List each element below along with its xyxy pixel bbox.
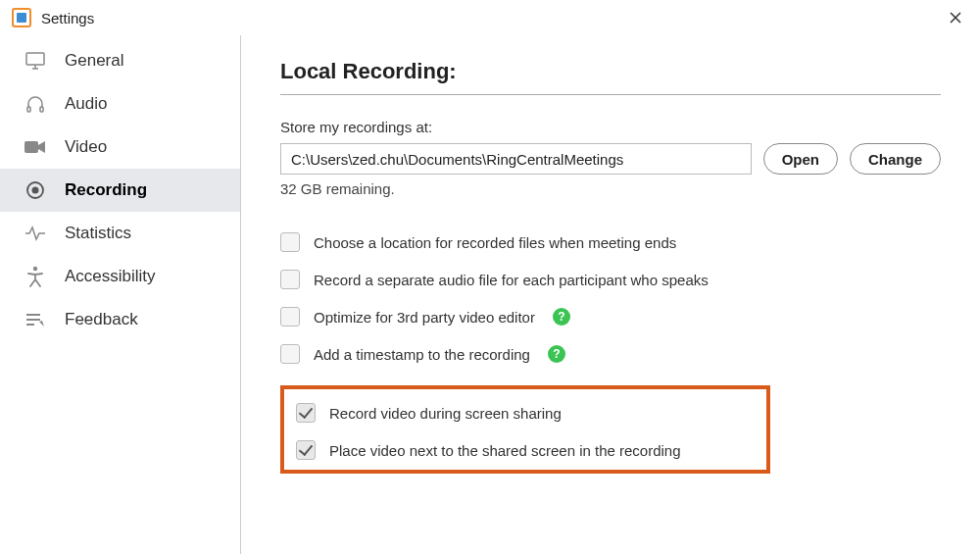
close-button[interactable] bbox=[943, 8, 968, 27]
sidebar-item-label: Feedback bbox=[65, 310, 138, 329]
remaining-space-label: 32 GB remaining. bbox=[280, 180, 941, 197]
accessibility-icon bbox=[24, 267, 47, 286]
option-optimize-editor[interactable]: Optimize for 3rd party video editor ? bbox=[280, 307, 941, 327]
svg-rect-4 bbox=[40, 107, 43, 112]
section-heading: Local Recording: bbox=[280, 59, 941, 95]
option-label: Record video during screen sharing bbox=[329, 405, 562, 422]
svg-rect-0 bbox=[26, 53, 44, 65]
option-optimize-editor-checkbox[interactable] bbox=[280, 307, 300, 327]
svg-rect-5 bbox=[24, 141, 38, 153]
option-label: Add a timestamp to the recording bbox=[314, 346, 530, 363]
help-icon[interactable]: ? bbox=[548, 345, 565, 363]
option-label: Optimize for 3rd party video editor bbox=[314, 309, 535, 326]
activity-icon bbox=[24, 224, 47, 243]
sidebar-item-accessibility[interactable]: Accessibility bbox=[0, 255, 240, 298]
option-label: Choose a location for recorded files whe… bbox=[314, 234, 676, 251]
sidebar-item-label: Recording bbox=[65, 180, 147, 200]
video-icon bbox=[24, 137, 47, 157]
sidebar-item-label: Audio bbox=[65, 94, 107, 114]
sidebar-item-label: Video bbox=[65, 137, 107, 157]
sidebar-item-label: General bbox=[65, 51, 123, 71]
window-title: Settings bbox=[41, 10, 94, 26]
sidebar-item-statistics[interactable]: Statistics bbox=[0, 212, 240, 255]
sidebar-item-label: Statistics bbox=[65, 224, 131, 243]
svg-point-7 bbox=[32, 187, 39, 194]
option-separate-audio[interactable]: Record a separate audio file for each pa… bbox=[280, 270, 941, 289]
feedback-icon bbox=[24, 310, 47, 329]
option-label: Place video next to the shared screen in… bbox=[329, 442, 681, 459]
sidebar-item-audio[interactable]: Audio bbox=[0, 82, 240, 126]
record-icon bbox=[24, 180, 47, 200]
titlebar: Settings bbox=[0, 0, 980, 35]
help-icon[interactable]: ? bbox=[553, 308, 570, 326]
option-place-video-next-checkbox[interactable] bbox=[296, 440, 316, 460]
option-choose-location-checkbox[interactable] bbox=[280, 232, 300, 252]
option-timestamp-checkbox[interactable] bbox=[280, 344, 300, 364]
headphones-icon bbox=[24, 94, 47, 114]
open-button[interactable]: Open bbox=[763, 143, 838, 175]
option-timestamp[interactable]: Add a timestamp to the recording ? bbox=[280, 344, 941, 364]
options-list: Choose a location for recorded files whe… bbox=[280, 232, 941, 474]
sidebar-item-general[interactable]: General bbox=[0, 39, 240, 82]
option-label: Record a separate audio file for each pa… bbox=[314, 272, 709, 288]
sidebar-item-recording[interactable]: Recording bbox=[0, 169, 240, 212]
sidebar-item-label: Accessibility bbox=[65, 267, 156, 286]
svg-rect-3 bbox=[27, 107, 30, 112]
recording-path-input[interactable] bbox=[280, 143, 752, 175]
option-place-video-next[interactable]: Place video next to the shared screen in… bbox=[296, 440, 755, 460]
option-choose-location[interactable]: Choose a location for recorded files whe… bbox=[280, 232, 941, 252]
option-separate-audio-checkbox[interactable] bbox=[280, 270, 300, 289]
monitor-icon bbox=[24, 51, 47, 71]
sidebar-item-video[interactable]: Video bbox=[0, 126, 240, 169]
app-icon bbox=[12, 8, 31, 27]
option-record-video-sharing[interactable]: Record video during screen sharing bbox=[296, 403, 755, 423]
svg-point-8 bbox=[33, 267, 37, 271]
sidebar-item-feedback[interactable]: Feedback bbox=[0, 298, 240, 341]
change-button[interactable]: Change bbox=[850, 143, 941, 175]
option-record-video-sharing-checkbox[interactable] bbox=[296, 403, 316, 423]
highlight-box: Record video during screen sharing Place… bbox=[280, 385, 770, 474]
close-icon bbox=[949, 11, 962, 25]
main-panel: Local Recording: Store my recordings at:… bbox=[241, 35, 980, 554]
store-label: Store my recordings at: bbox=[280, 119, 941, 135]
path-row: Open Change bbox=[280, 143, 941, 175]
sidebar: General Audio Video Recording Statistics bbox=[0, 35, 241, 554]
